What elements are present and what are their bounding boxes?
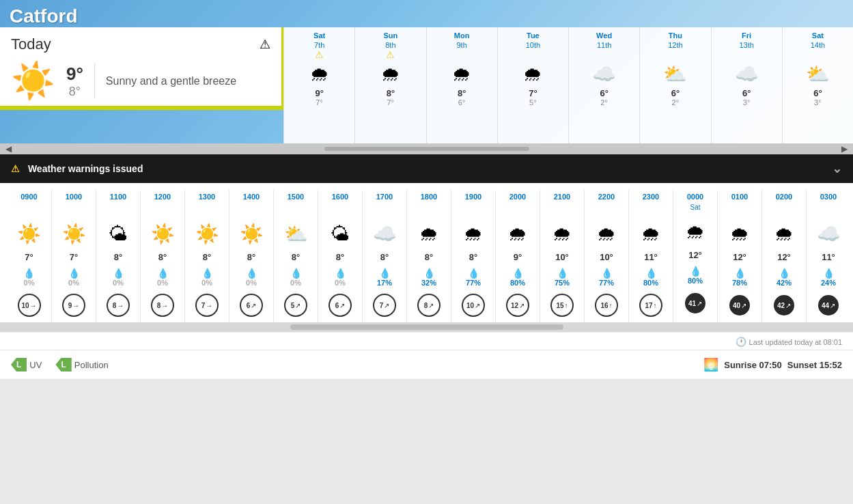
rain-row: 💧 0% xyxy=(275,268,316,287)
rain-row: 💧 77% xyxy=(586,268,627,287)
sunset-text: Sunset 15:52 xyxy=(787,360,842,370)
scroll-right-arrow[interactable]: ▶ xyxy=(841,144,848,154)
wind-arrow: → xyxy=(206,302,212,309)
wind-arrow: ↗ xyxy=(697,300,702,307)
forecast-temp-high: 6° xyxy=(813,88,822,98)
rain-percent: 77% xyxy=(599,279,614,287)
wind-speed: 12 xyxy=(511,302,518,309)
rain-row: 💧 78% xyxy=(719,268,760,287)
wind-circle: 17↑ xyxy=(639,294,662,317)
rain-drop-icon: 💧 xyxy=(823,268,835,279)
rain-drop-icon: 💧 xyxy=(468,268,479,279)
rain-percent: 75% xyxy=(555,279,570,287)
forecast-day-name: Fri xyxy=(742,31,751,40)
today-panel-accent xyxy=(0,106,281,110)
clock-icon: 🕐 xyxy=(736,337,746,347)
hour-col-1800: 1800 🌧 8° 💧 32% 8↗ xyxy=(406,190,451,322)
hour-weather-icon: 🌧 xyxy=(686,216,705,247)
wind-arrow: ↗ xyxy=(251,302,256,309)
wind-speed: 40 xyxy=(733,302,740,309)
rain-percent: 77% xyxy=(466,279,481,287)
top-scrollbar[interactable]: ◀ ▶ xyxy=(0,143,853,154)
hour-temp: 9° xyxy=(514,252,522,262)
wind-speed: 6 xyxy=(247,302,251,309)
rain-row: 💧 80% xyxy=(497,268,538,287)
hour-time: 0000 xyxy=(687,193,703,201)
hour-time: 1800 xyxy=(421,193,437,201)
rain-row: 💧 0% xyxy=(8,268,50,287)
hour-col-0300: 0300 ☁️ 11° 💧 24% 44↗ xyxy=(806,190,850,322)
hour-temp: 7° xyxy=(25,252,33,262)
rain-row: 💧 80% xyxy=(675,266,716,285)
rain-drop-icon: 💧 xyxy=(113,268,124,279)
rain-row: 💧 24% xyxy=(808,268,849,287)
wind-arrow: → xyxy=(117,302,124,309)
uv-badge: L xyxy=(11,358,27,372)
wind-arrow: ↑ xyxy=(654,302,657,309)
hour-temp: 10° xyxy=(555,252,569,262)
bottom-bar: L UV L Pollution 🌅 Sunrise 07:50 Sunset … xyxy=(0,350,853,379)
hour-col-1400: 1400 ☀️ 8° 💧 0% 6↗ xyxy=(229,190,273,322)
forecast-weather-icon: 🌧 xyxy=(523,63,542,85)
rain-row: 💧 0% xyxy=(98,268,139,287)
wind-circle: 6↗ xyxy=(328,294,352,317)
warnings-bar[interactable]: ⚠ Weather warnings issued ⌄ xyxy=(0,154,853,183)
wind-speed: 8 xyxy=(157,302,161,309)
forecast-day-date: 9th xyxy=(456,41,466,49)
rain-percent: 80% xyxy=(510,279,525,287)
forecast-temp-low: 2° xyxy=(600,98,608,107)
wind-arrow: → xyxy=(30,302,37,309)
wind-circle: 8↗ xyxy=(417,294,441,317)
wind-circle: 15↑ xyxy=(550,294,574,317)
wind-circle: 10↗ xyxy=(462,294,485,317)
hour-temp: 11° xyxy=(822,252,835,262)
hourly-scrollbar[interactable] xyxy=(0,322,853,332)
forecast-day-wed11th: Wed 11th ☁️ 6° 2° xyxy=(568,27,639,143)
hour-temp: 12° xyxy=(777,252,791,262)
hour-weather-icon: ☀️ xyxy=(195,219,219,249)
forecast-day-name: Sun xyxy=(383,31,397,40)
wind-circle: 7↗ xyxy=(373,294,396,317)
scroll-left-arrow[interactable]: ◀ xyxy=(5,144,12,154)
wind-circle: 8→ xyxy=(107,294,130,317)
rain-drop-icon: 💧 xyxy=(157,268,169,279)
wind-speed: 9 xyxy=(68,302,72,309)
rain-row: 💧 32% xyxy=(408,268,449,287)
forecast-day-sat7th: Sat 7th ⚠ 🌧 9° 7° xyxy=(283,27,354,143)
forecast-day-name: Tue xyxy=(527,31,540,40)
forecast-temp-high: 7° xyxy=(529,88,537,98)
wind-speed: 10 xyxy=(21,302,29,309)
rain-drop-icon: 💧 xyxy=(645,268,657,279)
wind-circle: 5↗ xyxy=(284,294,307,317)
forecast-temp-high: 6° xyxy=(600,88,608,98)
hour-weather-icon: ⛅ xyxy=(284,219,308,249)
forecast-day-sun8th: Sun 8th ⚠ 🌧 8° 7° xyxy=(354,27,425,143)
hour-col-1500: 1500 ⛅ 8° 💧 0% 5↗ xyxy=(273,190,318,322)
today-warning-icon: ⚠ xyxy=(260,37,270,52)
wind-speed: 8 xyxy=(424,302,428,309)
hour-weather-icon: 🌧 xyxy=(419,219,438,249)
hour-col-2100: 2100 🌧 10° 💧 75% 15↑ xyxy=(540,190,584,322)
forecast-temp-low: 7° xyxy=(316,98,323,107)
hour-weather-icon: 🌧 xyxy=(774,219,794,249)
rain-percent: 42% xyxy=(777,279,792,287)
today-temp-low: 8° xyxy=(69,85,81,99)
hourly-table: 0900 ☀️ 7° 💧 0% 10→ 1000 ☀️ 7° 💧 0% xyxy=(0,190,853,322)
hour-col-1300: 1300 ☀️ 8° 💧 0% 7→ xyxy=(184,190,229,322)
hour-temp: 8° xyxy=(380,252,389,262)
wind-circle: 6↗ xyxy=(240,294,263,317)
wind-arrow: ↗ xyxy=(339,302,345,309)
hour-col-1900: 1900 🌧 8° 💧 77% 10↗ xyxy=(451,190,495,322)
today-label: Today xyxy=(11,36,51,53)
rain-percent: 32% xyxy=(421,279,436,287)
wind-circle: 40↗ xyxy=(728,294,751,317)
forecast-day-date: 14th xyxy=(811,41,825,49)
wind-circle: 44↗ xyxy=(817,294,840,317)
today-temp-high: 9° xyxy=(66,64,83,85)
hour-weather-icon: 🌧 xyxy=(730,219,749,249)
forecast-temp-high: 6° xyxy=(671,88,680,98)
wind-speed: 10 xyxy=(466,302,474,309)
rain-percent: 0% xyxy=(335,279,346,287)
warnings-chevron-icon[interactable]: ⌄ xyxy=(832,161,842,176)
forecast-temp-low: 3° xyxy=(743,98,751,107)
